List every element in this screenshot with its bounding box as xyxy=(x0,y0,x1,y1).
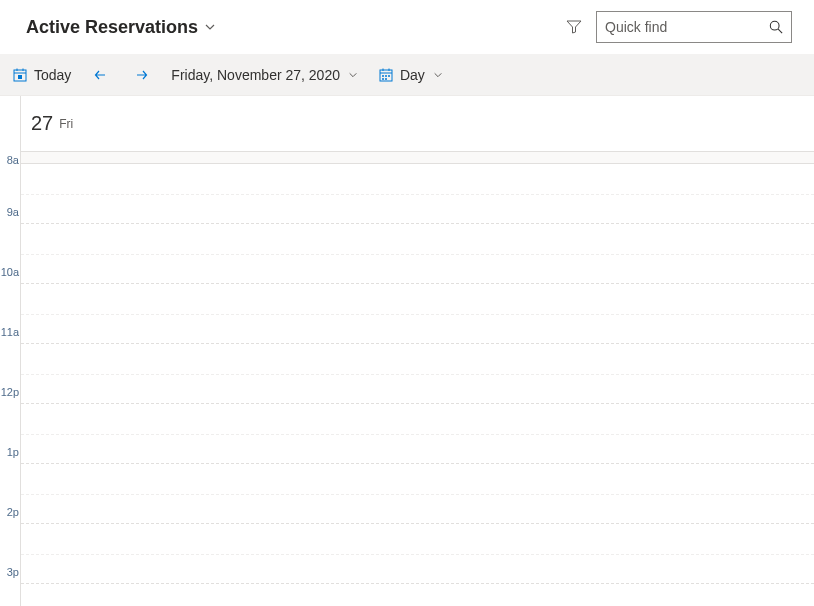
header-right xyxy=(566,11,792,43)
time-label: 1p xyxy=(0,446,20,506)
view-title: Active Reservations xyxy=(26,17,198,38)
chevron-down-icon xyxy=(348,70,358,80)
chevron-down-icon xyxy=(433,70,443,80)
next-button[interactable] xyxy=(123,54,159,95)
calendar-icon xyxy=(378,67,394,83)
hour-slot[interactable] xyxy=(21,404,814,464)
hour-slot[interactable] xyxy=(21,344,814,404)
view-mode-picker[interactable]: Day xyxy=(370,54,451,95)
view-mode-label: Day xyxy=(400,67,425,83)
svg-point-0 xyxy=(770,21,779,30)
time-label: 8a xyxy=(0,154,20,214)
time-label: 2p xyxy=(0,506,20,566)
svg-rect-6 xyxy=(18,75,22,79)
today-button[interactable]: Today xyxy=(4,54,79,95)
svg-line-1 xyxy=(778,29,782,33)
time-label: 11a xyxy=(0,326,20,386)
calendar-grid[interactable]: 27 Fri xyxy=(20,96,814,606)
search-icon xyxy=(769,20,783,34)
time-column: 8a 9a 10a 11a 12p 1p 2p 3p xyxy=(0,96,20,606)
hour-slot[interactable] xyxy=(21,224,814,284)
filter-button[interactable] xyxy=(566,19,582,35)
hour-slot[interactable] xyxy=(21,152,814,164)
search-input[interactable] xyxy=(605,19,755,35)
hour-slot[interactable] xyxy=(21,524,814,584)
search-box[interactable] xyxy=(596,11,792,43)
hour-slot[interactable] xyxy=(21,464,814,524)
hour-slot[interactable] xyxy=(21,584,814,606)
time-label: 12p xyxy=(0,386,20,446)
calendar-body: 8a 9a 10a 11a 12p 1p 2p 3p 27 Fri xyxy=(0,96,814,606)
time-label: 3p xyxy=(0,566,20,606)
day-name: Fri xyxy=(59,117,73,131)
arrow-right-icon xyxy=(133,67,149,83)
day-header: 27 Fri xyxy=(21,96,814,152)
day-number: 27 xyxy=(31,112,53,135)
date-picker[interactable]: Friday, November 27, 2020 xyxy=(163,54,366,95)
hour-slot[interactable] xyxy=(21,164,814,224)
prev-button[interactable] xyxy=(83,54,119,95)
calendar-toolbar: Today Friday, November 27, 2020 Day xyxy=(0,54,814,96)
arrow-left-icon xyxy=(93,67,109,83)
chevron-down-icon xyxy=(204,21,216,33)
hour-slot[interactable] xyxy=(21,284,814,344)
filter-icon xyxy=(566,19,582,35)
current-date-label: Friday, November 27, 2020 xyxy=(171,67,340,83)
today-label: Today xyxy=(34,67,71,83)
header-bar: Active Reservations xyxy=(0,0,814,54)
time-label: 9a xyxy=(0,206,20,266)
view-selector[interactable]: Active Reservations xyxy=(26,17,216,38)
time-label: 10a xyxy=(0,266,20,326)
calendar-today-icon xyxy=(12,67,28,83)
